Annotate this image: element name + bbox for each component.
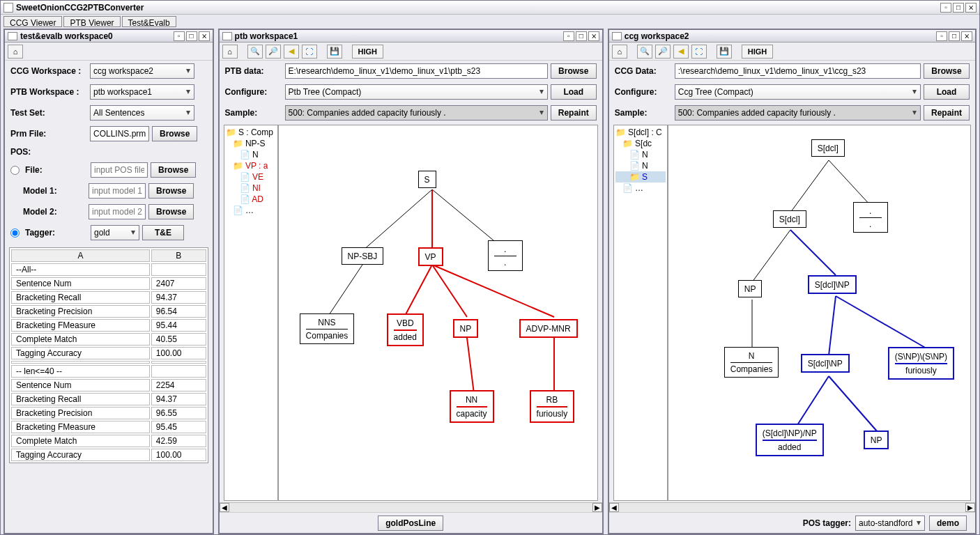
zoom-in-icon[interactable]: 🔍	[247, 45, 263, 59]
node-np: NP	[453, 319, 479, 338]
prm-file-input[interactable]	[90, 126, 149, 141]
fit-icon[interactable]: ⛶	[691, 45, 707, 59]
zoom-out-icon[interactable]: 🔎	[266, 45, 281, 59]
node-sdcl-np2: S[dcl]\NP	[801, 354, 850, 373]
ccg-data-label: CCG Data:	[615, 66, 672, 76]
model1-input[interactable]	[89, 183, 146, 199]
svg-line-0	[362, 189, 432, 251]
maximize-button[interactable]: □	[953, 3, 964, 13]
ccg-workspace-label: CCG Workspace :	[10, 66, 87, 76]
pane-close-button[interactable]: ⨯	[199, 31, 210, 41]
node-rb: RBfuriously	[530, 390, 575, 423]
ccg-workspace-select[interactable]	[90, 63, 194, 79]
pane-max-button[interactable]: □	[949, 31, 960, 41]
model1-browse-button[interactable]: Browse	[148, 183, 194, 199]
pos-file-browse-button[interactable]: Browse	[151, 162, 196, 178]
ptb-tree-outline[interactable]: 📁 S : Comp 📁 NP-S 📄 N 📁 VP : a 📄 VE 📄 NI…	[224, 125, 278, 501]
node-sdcl-np: S[dcl]\NP	[808, 275, 857, 294]
ptb-workspace-select[interactable]	[90, 84, 194, 100]
prm-browse-button[interactable]: Browse	[152, 126, 197, 141]
ccg-tree-outline[interactable]: 📁 S[dcl] : C 📁 S[dc 📄 N 📄 N 📁 S 📄 …	[613, 125, 668, 501]
home-icon[interactable]: ⌂	[612, 45, 627, 59]
home-icon[interactable]: ⌂	[8, 45, 23, 59]
home-icon[interactable]: ⌂	[222, 45, 238, 59]
ccg-load-button[interactable]: Load	[924, 84, 970, 100]
tagger-select[interactable]	[91, 225, 139, 240]
iconify-button[interactable]: ▫	[940, 3, 951, 13]
node-advp-mnr: ADVP-MNR	[519, 319, 578, 338]
pane-close-button[interactable]: ⨯	[588, 31, 599, 41]
svg-line-7	[467, 338, 474, 394]
ptb-workspace-label: PTB Workspace :	[10, 87, 87, 97]
ccg-pane-title: ccg workspace2	[625, 31, 935, 41]
high-button[interactable]: HIGH	[742, 45, 774, 59]
ptb-data-label: PTB data:	[225, 66, 282, 76]
ptb-pane: ptb workspace1 ▫ □ ⨯ ⌂ 🔍 🔎 ◀ ⛶ 💾 HIGH PT…	[218, 29, 604, 534]
test-set-select[interactable]	[90, 105, 194, 121]
model2-browse-button[interactable]: Browse	[148, 204, 194, 219]
pos-file-input[interactable]	[91, 162, 148, 178]
pane-min-button[interactable]: ▫	[563, 31, 574, 41]
model1-label: Model 1:	[23, 186, 86, 196]
table-row: Tagging Accuracy100.00	[11, 449, 206, 461]
file-label: File:	[25, 165, 88, 175]
tagger-radio[interactable]	[10, 228, 20, 238]
table-row: --All--	[11, 263, 206, 276]
pane-min-button[interactable]: ▫	[174, 31, 185, 41]
demo-button[interactable]: demo	[929, 515, 967, 531]
pos-label: POS:	[10, 147, 68, 157]
left-pane-title: test&evalb workspace0	[20, 31, 172, 41]
svg-line-2	[432, 189, 502, 247]
nav-left-icon[interactable]: ◀	[284, 45, 299, 59]
ccg-sample-select[interactable]	[675, 105, 921, 121]
app-title: SweetOnionCCG2PTBConverter	[16, 3, 939, 13]
svg-line-12	[790, 230, 836, 275]
close-button[interactable]: ⨯	[965, 3, 977, 13]
ptb-configure-select[interactable]	[285, 84, 548, 100]
table-row: Tagging Accuracy100.00	[11, 347, 206, 359]
nav-left-icon[interactable]: ◀	[673, 45, 689, 59]
node-np: NP	[738, 280, 763, 297]
svg-line-16	[797, 376, 829, 425]
ptb-load-button[interactable]: Load	[551, 84, 597, 100]
save-icon[interactable]: 💾	[717, 45, 732, 59]
table-row: Bracketing FMeasure95.44	[11, 319, 206, 332]
zoom-out-icon[interactable]: 🔎	[655, 45, 671, 59]
ccg-repaint-button[interactable]: Repaint	[924, 105, 970, 121]
save-icon[interactable]: 💾	[327, 45, 342, 59]
ccg-browse-button[interactable]: Browse	[924, 63, 970, 79]
model2-label: Model 2:	[23, 207, 86, 217]
svg-line-3	[328, 265, 362, 317]
ptb-tree-canvas[interactable]: S NP-SBJ VP .. NNSCompanies VBDadded NP …	[278, 125, 598, 501]
ccg-tree-canvas[interactable]: S[dcl] .. S[dcl] NP S[dcl]\NP NCompanies…	[668, 125, 971, 501]
test-set-label: Test Set:	[10, 108, 87, 118]
tab-ccg-viewer[interactable]: CCG Viewer	[3, 16, 62, 27]
pane-max-button[interactable]: □	[576, 31, 587, 41]
ptb-sample-select[interactable]	[285, 105, 548, 121]
node-nn: NNcapacity	[450, 390, 494, 423]
ccg-configure-select[interactable]	[675, 84, 921, 100]
ptb-browse-button[interactable]: Browse	[551, 63, 597, 79]
ptb-data-input[interactable]	[285, 63, 548, 79]
model2-input[interactable]	[89, 204, 146, 219]
tab-test-evalb[interactable]: Test&Evalb	[122, 16, 176, 27]
pane-max-button[interactable]: □	[186, 31, 197, 41]
table-row	[11, 361, 206, 364]
main-tabbar: CCG Viewer PTB Viewer Test&Evalb	[1, 15, 979, 29]
te-button[interactable]: T&E	[142, 225, 184, 240]
zoom-in-icon[interactable]: 🔍	[637, 45, 652, 59]
svg-line-10	[829, 160, 871, 206]
high-button[interactable]: HIGH	[352, 45, 384, 59]
ptb-configure-label: Configure:	[225, 87, 282, 97]
pane-close-button[interactable]: ⨯	[961, 31, 972, 41]
fit-icon[interactable]: ⛶	[302, 45, 317, 59]
file-radio[interactable]	[10, 166, 20, 175]
node-snp-snp: (S\NP)\(S\NP)furiously	[888, 347, 954, 380]
ccg-data-input[interactable]	[675, 63, 921, 79]
pos-tagger-select[interactable]	[855, 515, 925, 531]
ptb-repaint-button[interactable]: Repaint	[551, 105, 597, 121]
table-row: Sentence Num2254	[11, 379, 206, 391]
pane-min-button[interactable]: ▫	[936, 31, 947, 41]
tab-ptb-viewer[interactable]: PTB Viewer	[63, 16, 120, 27]
goldposline-button[interactable]: goldPosLine	[378, 515, 443, 531]
